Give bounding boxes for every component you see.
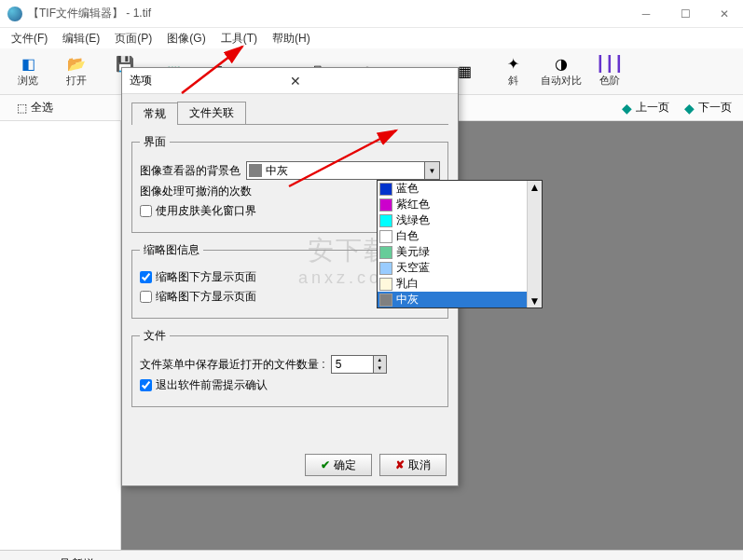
- menu-bar: 文件(F) 编辑(E) 页面(P) 图像(G) 工具(T) 帮助(H): [0, 28, 743, 48]
- menu-image[interactable]: 图像(G): [159, 29, 213, 48]
- contrast-icon: ◑: [552, 55, 571, 72]
- delete-x-button[interactable]: ✕: [107, 556, 124, 561]
- minimize-button[interactable]: ─: [635, 5, 657, 23]
- new-button[interactable]: 🗐 新增: [54, 554, 98, 560]
- arrow-right-icon: ◆: [684, 101, 695, 116]
- thumb-show-page2-checkbox[interactable]: [140, 291, 152, 303]
- skin-checkbox[interactable]: [140, 205, 152, 217]
- thumb-show-page-checkbox[interactable]: [140, 271, 152, 283]
- open-button[interactable]: 📂 打开: [56, 51, 97, 92]
- window-title: 【TIF文件编辑器】 - 1.tif: [28, 6, 635, 21]
- dropdown-option[interactable]: 乳白: [378, 276, 542, 292]
- dropdown-option[interactable]: 白色: [378, 228, 542, 244]
- color-swatch: [379, 246, 392, 259]
- undo-count-label: 图像处理可撤消的次数: [140, 184, 252, 199]
- next-page-button[interactable]: ◆ 下一页: [684, 100, 732, 116]
- move-down-button[interactable]: ↓: [32, 556, 45, 561]
- tab-general[interactable]: 常规: [131, 102, 178, 125]
- x-mark-icon: ✘: [395, 458, 405, 471]
- bg-color-dropdown[interactable]: ▲▼ 蓝色紫红色浅绿色白色美元绿天空蓝乳白中灰: [377, 180, 543, 308]
- close-button[interactable]: ✕: [713, 5, 736, 23]
- color-swatch: [379, 198, 392, 212]
- recent-files-spinner[interactable]: 5 ▲▼: [331, 355, 387, 374]
- dropdown-option[interactable]: 天空蓝: [378, 260, 542, 276]
- spinner-up-icon[interactable]: ▲: [374, 356, 386, 364]
- dropdown-option[interactable]: 中灰: [378, 292, 542, 307]
- menu-tools[interactable]: 工具(T): [213, 29, 265, 48]
- menu-page[interactable]: 页面(P): [107, 29, 159, 48]
- menu-help[interactable]: 帮助(H): [265, 29, 318, 48]
- group-file: 文件 文件菜单中保存最近打开的文件数量 : 5 ▲▼ 退出软件前需提示确认: [131, 328, 448, 407]
- bg-swatch: [249, 164, 262, 177]
- color-swatch: [379, 262, 392, 275]
- bg-color-combo[interactable]: 中灰 ▼: [246, 161, 440, 180]
- chevron-down-icon[interactable]: ▼: [424, 162, 439, 179]
- sharpen-icon: ✦: [503, 55, 522, 72]
- trash-button[interactable]: 🗑: [133, 556, 152, 561]
- dialog-titlebar[interactable]: 选项 ✕: [122, 68, 458, 94]
- dropdown-option[interactable]: 浅绿色: [378, 212, 542, 228]
- select-all-icon: ⬚: [17, 102, 27, 115]
- app-icon: [7, 7, 22, 21]
- folder-open-icon: 📂: [67, 55, 86, 72]
- levels-button[interactable]: ┃┃┃ 色阶: [589, 51, 630, 92]
- color-swatch: [379, 230, 392, 243]
- color-swatch: [379, 278, 392, 291]
- arrow-left-icon: ◆: [622, 101, 632, 116]
- dropdown-scrollbar[interactable]: ▲▼: [527, 181, 542, 307]
- cancel-button[interactable]: ✘ 取消: [379, 454, 447, 476]
- color-swatch: [379, 294, 392, 307]
- bottom-toolbar: ✚ ↓ 🗐 新增 ✕ 🗑: [0, 550, 743, 560]
- autocontrast-button[interactable]: ◑ 自动对比: [541, 51, 582, 92]
- dropdown-option[interactable]: 蓝色: [378, 181, 542, 197]
- levels-icon: ┃┃┃: [600, 55, 619, 72]
- thumbnail-panel[interactable]: [0, 121, 121, 550]
- tab-file-assoc[interactable]: 文件关联: [177, 102, 246, 124]
- exit-confirm-checkbox[interactable]: [140, 379, 152, 391]
- bg-color-label: 图像查看器的背景色: [140, 163, 241, 179]
- tool-sharpen[interactable]: ✦ 斜: [492, 51, 533, 92]
- menu-file[interactable]: 文件(F): [4, 29, 55, 48]
- spinner-down-icon[interactable]: ▼: [374, 364, 386, 373]
- check-icon: ✔: [321, 458, 330, 471]
- dialog-close-button[interactable]: ✕: [290, 74, 450, 89]
- title-bar: 【TIF文件编辑器】 - 1.tif ─ ☐ ✕: [0, 0, 743, 28]
- prev-page-button[interactable]: ◆ 上一页: [622, 100, 669, 116]
- dialog-tabs: 常规 文件关联: [131, 102, 448, 125]
- color-swatch: [379, 214, 392, 227]
- color-swatch: [379, 183, 392, 196]
- recent-files-label: 文件菜单中保存最近打开的文件数量 :: [140, 357, 325, 373]
- add-page-button[interactable]: ✚: [6, 556, 22, 561]
- browse-button[interactable]: ◧ 浏览: [7, 51, 48, 92]
- dialog-title: 选项: [130, 73, 290, 89]
- browse-icon: ◧: [19, 55, 37, 72]
- maximize-button[interactable]: ☐: [674, 5, 696, 23]
- dropdown-option[interactable]: 美元绿: [378, 244, 542, 260]
- ok-button[interactable]: ✔ 确定: [305, 454, 372, 476]
- menu-edit[interactable]: 编辑(E): [55, 29, 107, 48]
- dropdown-option[interactable]: 紫红色: [378, 197, 542, 212]
- select-all-button[interactable]: ⬚ 全选: [11, 98, 59, 117]
